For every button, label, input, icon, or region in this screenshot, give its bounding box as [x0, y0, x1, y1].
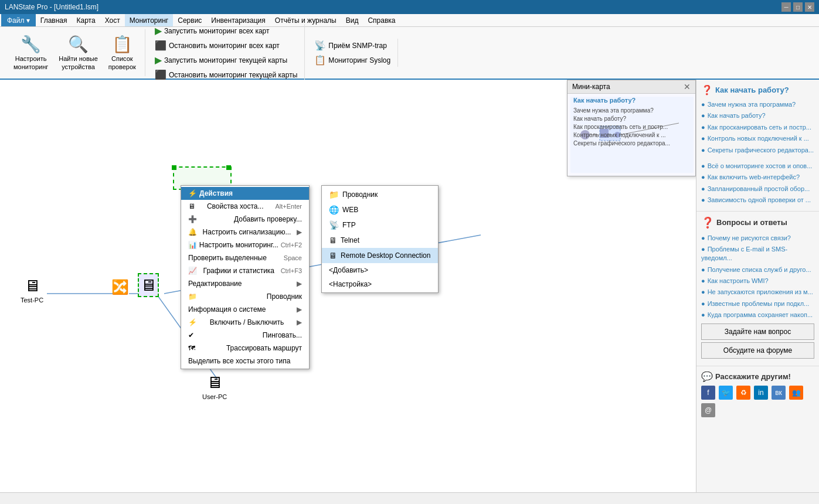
- qa-link-services[interactable]: ●Получение списка служб и друго...: [701, 264, 814, 275]
- context-item-power[interactable]: ⚡ Включить / Выключить ▶: [181, 316, 309, 329]
- menu-map[interactable]: Карта: [72, 14, 100, 26]
- submenu-item-add[interactable]: <Добавить>: [322, 263, 438, 277]
- submenu-web-icon: 🌐: [329, 205, 339, 214]
- canvas-area[interactable]: 🖥 Test-PC 🔀 🖥 🖥 User-PC ⚡ Действия 🖥 Сво…: [0, 80, 696, 492]
- menu-file[interactable]: Файл ▾: [1, 14, 36, 26]
- qa-link-apps[interactable]: ●Не запускаются приложения из м...: [701, 287, 814, 298]
- menu-help[interactable]: Справка: [363, 14, 400, 26]
- window-controls: ─ □ ✕: [781, 2, 814, 12]
- context-item-edit[interactable]: Редактирование ▶: [181, 277, 309, 290]
- ribbon-btn-snmp[interactable]: 📡 Приём SNMP-trap: [312, 39, 393, 52]
- minimize-btn[interactable]: ─: [781, 2, 791, 12]
- context-header-icon: ⚡: [188, 189, 197, 197]
- snmp-label: Приём SNMP-trap: [328, 42, 387, 50]
- ribbon: 🔧 Настроитьмониторинг 🔍 Найти новыеустро…: [0, 27, 819, 80]
- node-switch[interactable]: 🔀: [111, 279, 129, 295]
- social-twitter[interactable]: 🐦: [719, 386, 733, 400]
- ribbon-group-snmp: 📡 Приём SNMP-trap 📋 Мониторинг Syslog: [307, 39, 398, 67]
- mini-map-help-title: Как начать работу?: [573, 97, 692, 104]
- submenu-item-web[interactable]: 🌐 WEB: [322, 202, 438, 217]
- context-item-alarm[interactable]: 🔔 Настроить сигнализацию... ▶: [181, 226, 309, 239]
- submenu-item-explorer[interactable]: 📁 Проводник: [322, 187, 438, 202]
- alarm-arrow: ▶: [297, 228, 302, 236]
- qa-link-email[interactable]: ●Проблемы с E-mail и SMS-уведомл...: [701, 244, 814, 264]
- ribbon-btn-configure[interactable]: 🔧 Настроитьмониторинг: [9, 32, 52, 73]
- ribbon-btn-find[interactable]: 🔍 Найти новыеустройства: [55, 32, 102, 73]
- qa-link-wmi[interactable]: ●Как настроить WMI?: [701, 275, 814, 287]
- mini-map-title: Мини-карта: [572, 83, 610, 91]
- properties-icon: 🖥: [188, 202, 195, 210]
- context-item-graphs[interactable]: 📈 Графики и статистика Ctrl+F3: [181, 264, 309, 277]
- ribbon-btn-syslog[interactable]: 📋 Мониторинг Syslog: [312, 53, 393, 67]
- context-menu: ⚡ Действия 🖥 Свойства хоста... Alt+Enter…: [181, 185, 310, 369]
- social-rss[interactable]: ♻: [736, 386, 750, 400]
- ask-question-btn[interactable]: Задайте нам вопрос: [701, 323, 814, 340]
- help-link-scan[interactable]: ●Как просканировать сеть и постр...: [701, 122, 814, 133]
- submenu-item-rdp[interactable]: 🖥 Remote Desktop Connection: [322, 248, 438, 263]
- help-link-secrets[interactable]: ●Секреты графического редактора...: [701, 145, 814, 156]
- submenu-item-settings[interactable]: <Настройка>: [322, 277, 438, 291]
- title-bar: LANState Pro - [Untitled1.lsm] ─ □ ✕: [0, 0, 819, 14]
- ribbon-btn-start-current[interactable]: ▶ Запустить мониторинг текущей карты: [152, 53, 300, 67]
- menu-home[interactable]: Главная: [36, 14, 72, 26]
- alarm-icon: 🔔: [188, 228, 197, 236]
- stop-all-icon: ⬛: [155, 40, 166, 51]
- node-test-pc[interactable]: 🖥 Test-PC: [21, 276, 43, 304]
- context-item-explorer[interactable]: 📁 Проводник: [181, 290, 309, 303]
- context-item-ping[interactable]: ✔ Пинговать...: [181, 329, 309, 342]
- node-user-pc[interactable]: 🖥 User-PC: [202, 373, 227, 400]
- context-item-trace[interactable]: 🗺 Трассировать маршрут: [181, 342, 309, 355]
- submenu-rdp-icon: 🖥: [329, 251, 337, 260]
- context-item-configure[interactable]: 📊 Настроить мониторинг... Ctrl+F2: [181, 239, 309, 251]
- help-link-why[interactable]: ●Зачем нужна эта программа?: [701, 99, 814, 110]
- user-pc-label: User-PC: [202, 393, 227, 400]
- switch-icon: 🔀: [111, 279, 129, 295]
- ribbon-btn-list[interactable]: 📋 Списокпроверок: [104, 32, 140, 73]
- mini-map-close-btn[interactable]: ✕: [684, 82, 691, 91]
- help-link-schedule[interactable]: ●Запланированный простой обор...: [701, 183, 814, 195]
- help-link-dependency[interactable]: ●Зависимость одной проверки от ...: [701, 195, 814, 206]
- menu-host[interactable]: Хост: [100, 14, 125, 26]
- ribbon-btn-start-all[interactable]: ▶ Запустить мониторинг всех карт: [152, 24, 300, 38]
- start-all-icon: ▶: [155, 25, 162, 36]
- context-item-properties[interactable]: 🖥 Свойства хоста... Alt+Enter: [181, 200, 309, 213]
- context-item-select-all-type[interactable]: Выделить все хосты этого типа: [181, 355, 309, 367]
- alarm-label: Настроить сигнализацию...: [203, 228, 291, 236]
- qa-icon: ❓: [701, 216, 714, 229]
- configure-icon: 📊: [188, 241, 197, 249]
- qa-link-save[interactable]: ●Куда программа сохраняет накоп...: [701, 309, 814, 321]
- submenu-item-telnet[interactable]: 🖥 Telnet: [322, 233, 438, 248]
- help-link-control[interactable]: ●Контроль новых подключений к ...: [701, 133, 814, 144]
- selection-handle-tr: [226, 165, 231, 170]
- forum-btn[interactable]: Обсудите на форуме: [701, 342, 814, 359]
- qa-link-connections[interactable]: ●Почему не рисуются связи?: [701, 233, 814, 244]
- social-email[interactable]: @: [701, 403, 715, 417]
- social-vk[interactable]: вк: [772, 386, 786, 400]
- submenu-item-ftp[interactable]: 📡 FTP: [322, 217, 438, 233]
- context-item-add-check[interactable]: ➕ Добавить проверку...: [181, 213, 309, 226]
- check-selected-label: Проверить выделенные: [188, 254, 267, 262]
- social-share[interactable]: 👥: [789, 386, 803, 400]
- help-link-web[interactable]: ●Как включить web-интерфейс?: [701, 172, 814, 183]
- submenu-explorer-label: Проводник: [342, 190, 378, 199]
- select-all-type-label: Выделить все хосты этого типа: [188, 357, 290, 365]
- menu-view[interactable]: Вид: [341, 14, 363, 26]
- maximize-btn[interactable]: □: [793, 2, 803, 12]
- explorer-icon: 📁: [188, 292, 197, 301]
- close-btn[interactable]: ✕: [805, 2, 814, 12]
- help-link-monitor-all[interactable]: ●Всё о мониторинге хостов и опов...: [701, 161, 814, 172]
- qa-link-problems[interactable]: ●Известные проблемы при подкл...: [701, 298, 814, 309]
- context-item-sysinfo[interactable]: Информация о системе ▶: [181, 303, 309, 316]
- context-item-check-selected[interactable]: Проверить выделенные Space: [181, 251, 309, 264]
- social-linkedin[interactable]: in: [754, 386, 768, 400]
- social-facebook[interactable]: f: [701, 386, 715, 400]
- edit-label: Редактирование: [188, 280, 242, 288]
- ribbon-btn-stop-all[interactable]: ⬛ Остановить мониторинг всех карт: [152, 39, 300, 52]
- mini-map-canvas: Как начать работу? Зачем нужна эта прогр…: [567, 94, 695, 176]
- help-link-start[interactable]: ●Как начать работу?: [701, 110, 814, 121]
- add-check-label: Добавить проверку...: [234, 215, 302, 223]
- trace-icon: 🗺: [188, 344, 195, 352]
- submenu-web-label: WEB: [342, 206, 358, 214]
- node-main-pc[interactable]: 🖥: [138, 273, 159, 297]
- snmp-icon: 📡: [314, 40, 326, 51]
